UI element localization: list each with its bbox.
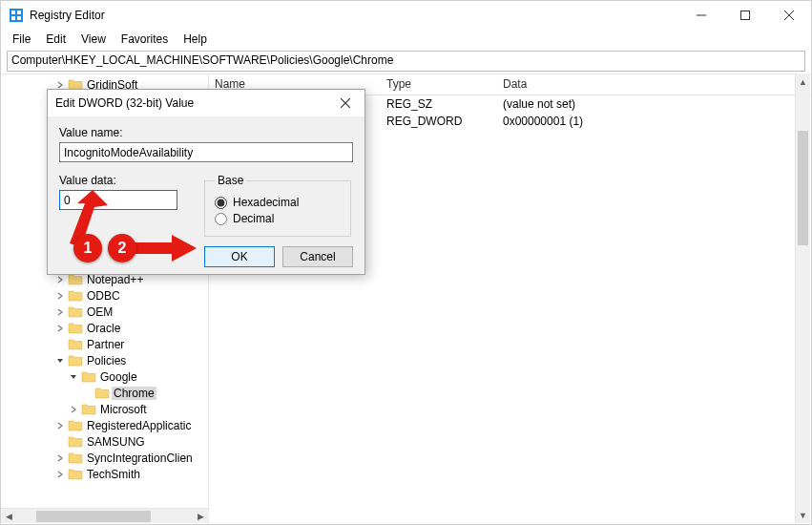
tree-item-label: OEM — [85, 305, 115, 319]
menu-edit[interactable]: Edit — [38, 31, 73, 48]
collapse-icon[interactable] — [68, 371, 79, 383]
value-name-label: Value name: — [59, 126, 353, 139]
address-bar[interactable]: Computer\HKEY_LOCAL_MACHINE\SOFTWARE\Pol… — [7, 51, 805, 72]
svg-rect-3 — [11, 16, 15, 20]
radio-dec-input[interactable] — [215, 213, 227, 225]
folder-icon — [94, 387, 110, 400]
annotation-step-1: 1 — [73, 234, 102, 262]
expand-icon[interactable] — [54, 290, 66, 302]
titlebar: Registry Editor — [1, 1, 811, 30]
folder-icon — [68, 305, 83, 319]
folder-icon — [68, 289, 83, 303]
menu-favorites[interactable]: Favorites — [114, 31, 176, 48]
tree-item[interactable]: SyncIntegrationClien — [1, 450, 208, 466]
tree-item-label: Partner — [85, 338, 126, 351]
column-type[interactable]: Type — [381, 74, 497, 94]
tree-item[interactable]: Google — [1, 368, 208, 385]
folder-icon — [68, 322, 83, 335]
scroll-thumb[interactable] — [36, 511, 151, 522]
scroll-right-arrow-icon[interactable]: ▶ — [193, 512, 209, 521]
menu-view[interactable]: View — [73, 31, 114, 48]
tree-item[interactable]: Oracle — [1, 320, 208, 336]
radio-hex-input[interactable] — [215, 197, 227, 209]
folder-icon — [68, 435, 83, 449]
scroll-up-arrow-icon[interactable]: ▲ — [796, 74, 810, 90]
vertical-scrollbar[interactable]: ▲ ▼ — [795, 74, 810, 523]
svg-rect-1 — [11, 10, 15, 14]
value-data-label: Value data: — [59, 174, 177, 187]
radio-hex-label: Hexadecimal — [233, 196, 299, 209]
close-button[interactable] — [767, 1, 811, 30]
annotation-arrow-2 — [130, 235, 197, 264]
tree-item[interactable]: RegisteredApplicatic — [1, 417, 208, 433]
cancel-button[interactable]: Cancel — [282, 246, 353, 267]
tree-item-label: Chrome — [112, 387, 156, 400]
tree-item-label: Policies — [85, 354, 128, 368]
svg-rect-4 — [17, 16, 21, 20]
ok-button[interactable]: OK — [204, 246, 275, 267]
collapse-icon[interactable] — [54, 355, 66, 367]
type-cell: REG_DWORD — [381, 115, 497, 128]
base-legend: Base — [215, 174, 246, 187]
base-fieldset: Base Hexadecimal Decimal — [204, 174, 351, 237]
scroll-down-arrow-icon[interactable]: ▼ — [796, 507, 810, 523]
expand-icon[interactable] — [54, 323, 66, 334]
radio-hexadecimal[interactable]: Hexadecimal — [215, 196, 341, 209]
minimize-button[interactable] — [679, 1, 723, 30]
dialog-close-button[interactable] — [334, 92, 357, 115]
folder-icon — [68, 452, 83, 465]
folder-icon — [68, 354, 83, 368]
expand-icon[interactable] — [81, 388, 93, 399]
tree-item[interactable]: ODBC — [1, 287, 208, 304]
folder-icon — [81, 403, 96, 416]
expand-icon[interactable] — [54, 306, 66, 318]
tree-item[interactable]: TechSmith — [1, 466, 208, 482]
tree-item-label: Microsoft — [98, 403, 149, 416]
expand-icon[interactable] — [54, 452, 66, 464]
expand-icon[interactable] — [54, 339, 66, 350]
tree-item-label: SyncIntegrationClien — [85, 452, 195, 465]
expand-icon[interactable] — [54, 436, 66, 448]
menubar: File Edit View Favorites Help — [1, 30, 811, 49]
folder-icon — [68, 468, 83, 481]
window-title: Registry Editor — [30, 9, 105, 22]
tree-item-label: SAMSUNG — [85, 435, 147, 449]
tree-item[interactable]: OEM — [1, 304, 208, 320]
window-controls — [679, 1, 811, 30]
tree-item-label: TechSmith — [85, 468, 142, 481]
data-cell: (value not set) — [497, 97, 581, 111]
folder-icon — [68, 338, 83, 351]
value-name-field[interactable] — [59, 142, 353, 162]
tree-horizontal-scrollbar[interactable]: ◀ ▶ — [1, 508, 209, 523]
maximize-button[interactable] — [723, 1, 767, 30]
tree-item-label: Google — [98, 370, 139, 384]
svg-marker-12 — [130, 235, 197, 262]
tree-item[interactable]: Policies — [1, 352, 208, 368]
regedit-icon — [9, 8, 24, 23]
scroll-left-arrow-icon[interactable]: ◀ — [1, 512, 17, 521]
tree-item-label: RegisteredApplicatic — [85, 419, 193, 432]
dialog-titlebar[interactable]: Edit DWORD (32-bit) Value — [48, 90, 364, 116]
scroll-thumb[interactable] — [798, 131, 808, 245]
tree-item[interactable]: Partner — [1, 336, 208, 352]
radio-decimal[interactable]: Decimal — [215, 212, 341, 225]
menu-help[interactable]: Help — [176, 31, 215, 48]
folder-icon — [81, 370, 96, 384]
tree-item[interactable]: Chrome — [1, 385, 208, 401]
dialog-title: Edit DWORD (32-bit) Value — [55, 96, 334, 110]
menu-file[interactable]: File — [5, 31, 38, 48]
svg-rect-6 — [741, 11, 750, 20]
tree-item[interactable]: Microsoft — [1, 401, 208, 417]
expand-icon[interactable] — [54, 469, 66, 480]
radio-dec-label: Decimal — [233, 212, 274, 225]
folder-icon — [68, 419, 83, 432]
expand-icon[interactable] — [54, 420, 66, 431]
tree-item-label: Oracle — [85, 322, 122, 335]
type-cell: REG_SZ — [381, 97, 497, 111]
data-cell: 0x00000001 (1) — [497, 115, 589, 128]
tree-item[interactable]: SAMSUNG — [1, 433, 208, 450]
expand-icon[interactable] — [68, 404, 79, 415]
svg-rect-2 — [17, 10, 21, 14]
annotation-step-2: 2 — [108, 234, 136, 262]
column-data[interactable]: Data — [497, 74, 811, 94]
